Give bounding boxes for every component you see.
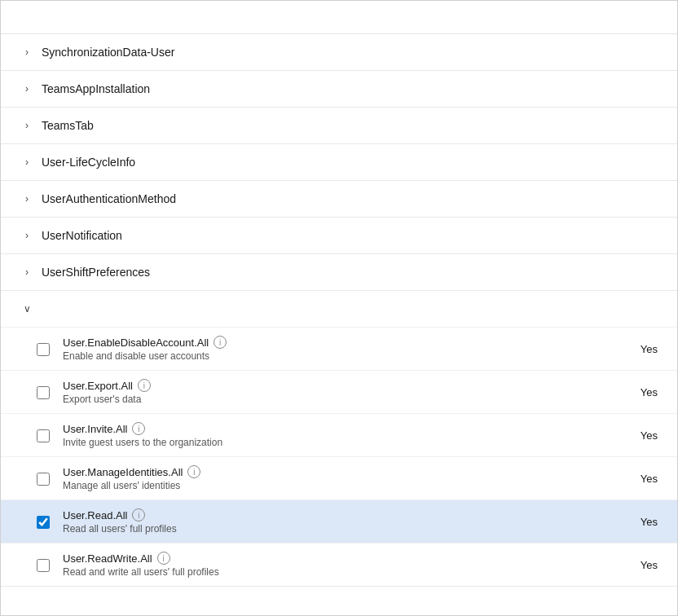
perm-name-export: User.Export.All xyxy=(63,380,133,392)
dialog-header xyxy=(1,1,677,34)
perm-name-row-invite: User.Invite.Alli xyxy=(63,422,609,435)
collapsed-groups: ›SynchronizationData-User›TeamsAppInstal… xyxy=(1,34,677,291)
perm-info-enable-disable: User.EnableDisableAccount.AlliEnable and… xyxy=(63,336,609,362)
perm-name-enable-disable: User.EnableDisableAccount.All xyxy=(63,337,209,349)
chevron-right-icon: › xyxy=(20,82,33,95)
perm-admin-consent-manage-identities: Yes xyxy=(609,473,658,485)
permissions-content: ›SynchronizationData-User›TeamsAppInstal… xyxy=(1,34,677,587)
checkbox-export[interactable] xyxy=(37,386,50,399)
perm-desc-enable-disable: Enable and disable user accounts xyxy=(63,350,609,362)
group-label: User-LifeCycleInfo xyxy=(42,156,135,169)
perm-admin-consent-invite: Yes xyxy=(609,429,658,442)
perm-info-invite: User.Invite.AlliInvite guest users to th… xyxy=(63,422,609,448)
chevron-right-icon: › xyxy=(20,266,33,279)
group-row-lifecycle[interactable]: ›User-LifeCycleInfo xyxy=(1,144,677,181)
permission-item-read-all: User.Read.AlliRead all users' full profi… xyxy=(1,499,677,543)
perm-name-row-readwrite-all: User.ReadWrite.Alli xyxy=(63,552,609,565)
checkbox-col-invite xyxy=(37,428,63,442)
chevron-right-icon: › xyxy=(20,192,33,205)
perm-name-invite: User.Invite.All xyxy=(63,423,127,435)
permission-item-invite: User.Invite.AlliInvite guest users to th… xyxy=(1,413,677,456)
perm-info-manage-identities: User.ManageIdentities.AlliManage all use… xyxy=(63,465,609,491)
perm-desc-read-all: Read all users' full profiles xyxy=(63,523,609,535)
perm-desc-invite: Invite guest users to the organization xyxy=(63,437,609,448)
permission-item-manage-identities: User.ManageIdentities.AlliManage all use… xyxy=(1,456,677,499)
checkbox-invite[interactable] xyxy=(37,429,50,442)
chevron-right-icon: › xyxy=(20,46,33,59)
permission-item-export: User.Export.AlliExport user's dataYes xyxy=(1,370,677,413)
perm-name-read-all: User.Read.All xyxy=(63,509,127,521)
expanded-group: ∨ User.EnableDisableAccount.AlliEnable a… xyxy=(1,291,677,587)
perm-name-row-enable-disable: User.EnableDisableAccount.Alli xyxy=(63,336,609,349)
permission-item-readwrite-all: User.ReadWrite.AlliRead and write all us… xyxy=(1,543,677,586)
permissions-list: User.EnableDisableAccount.AlliEnable and… xyxy=(1,327,677,586)
perm-info-readwrite-all: User.ReadWrite.AlliRead and write all us… xyxy=(63,552,609,578)
perm-admin-consent-readwrite-all: Yes xyxy=(609,559,658,571)
group-label: TeamsTab xyxy=(42,119,94,132)
close-button[interactable] xyxy=(645,15,658,22)
info-icon-read-all[interactable]: i xyxy=(132,508,145,521)
expanded-group-header[interactable]: ∨ xyxy=(1,291,677,327)
perm-desc-manage-identities: Manage all users' identities xyxy=(63,480,609,491)
group-label: UserNotification xyxy=(42,229,122,242)
group-label: UserAuthenticationMethod xyxy=(42,192,176,205)
checkbox-col-read-all xyxy=(37,514,63,529)
checkbox-manage-identities[interactable] xyxy=(37,473,50,486)
perm-name-manage-identities: User.ManageIdentities.All xyxy=(63,466,183,478)
info-icon-manage-identities[interactable]: i xyxy=(187,465,200,478)
perm-info-export: User.Export.AlliExport user's data xyxy=(63,379,609,405)
checkbox-col-export xyxy=(37,385,63,399)
chevron-right-icon: › xyxy=(20,229,33,242)
group-row-sync[interactable]: ›SynchronizationData-User xyxy=(1,34,677,71)
info-icon-export[interactable]: i xyxy=(138,379,151,392)
perm-desc-readwrite-all: Read and write all users' full profiles xyxy=(63,566,609,578)
checkbox-read-all[interactable] xyxy=(37,516,50,529)
perm-admin-consent-enable-disable: Yes xyxy=(609,343,658,355)
permission-item-enable-disable: User.EnableDisableAccount.AlliEnable and… xyxy=(1,327,677,370)
group-label: SynchronizationData-User xyxy=(42,46,174,59)
perm-info-read-all: User.Read.AlliRead all users' full profi… xyxy=(63,508,609,535)
checkbox-col-manage-identities xyxy=(37,471,63,486)
perm-name-row-read-all: User.Read.Alli xyxy=(63,508,609,521)
group-row-shift-prefs[interactable]: ›UserShiftPreferences xyxy=(1,254,677,291)
group-row-auth-method[interactable]: ›UserAuthenticationMethod xyxy=(1,181,677,218)
chevron-down-icon: ∨ xyxy=(20,302,33,315)
perm-name-row-manage-identities: User.ManageIdentities.Alli xyxy=(63,465,609,478)
perm-admin-consent-read-all: Yes xyxy=(609,516,658,528)
info-icon-readwrite-all[interactable]: i xyxy=(157,552,170,565)
group-row-notification[interactable]: ›UserNotification xyxy=(1,218,677,254)
info-icon-invite[interactable]: i xyxy=(132,422,145,435)
chevron-right-icon: › xyxy=(20,119,33,132)
checkbox-col-enable-disable xyxy=(37,341,63,356)
chevron-right-icon: › xyxy=(20,156,33,169)
perm-name-readwrite-all: User.ReadWrite.All xyxy=(63,552,152,565)
perm-admin-consent-export: Yes xyxy=(609,386,658,398)
checkbox-enable-disable[interactable] xyxy=(37,343,50,356)
group-row-teams-tab[interactable]: ›TeamsTab xyxy=(1,108,677,144)
perm-name-row-export: User.Export.Alli xyxy=(63,379,609,392)
group-label: TeamsAppInstallation xyxy=(42,82,150,95)
checkbox-readwrite-all[interactable] xyxy=(37,559,50,572)
checkbox-col-readwrite-all xyxy=(37,557,63,572)
group-row-teams-app[interactable]: ›TeamsAppInstallation xyxy=(1,71,677,108)
perm-desc-export: Export user's data xyxy=(63,394,609,405)
group-label: UserShiftPreferences xyxy=(42,266,150,279)
request-api-permissions-dialog: ›SynchronizationData-User›TeamsAppInstal… xyxy=(0,0,678,616)
info-icon-enable-disable[interactable]: i xyxy=(214,336,227,349)
